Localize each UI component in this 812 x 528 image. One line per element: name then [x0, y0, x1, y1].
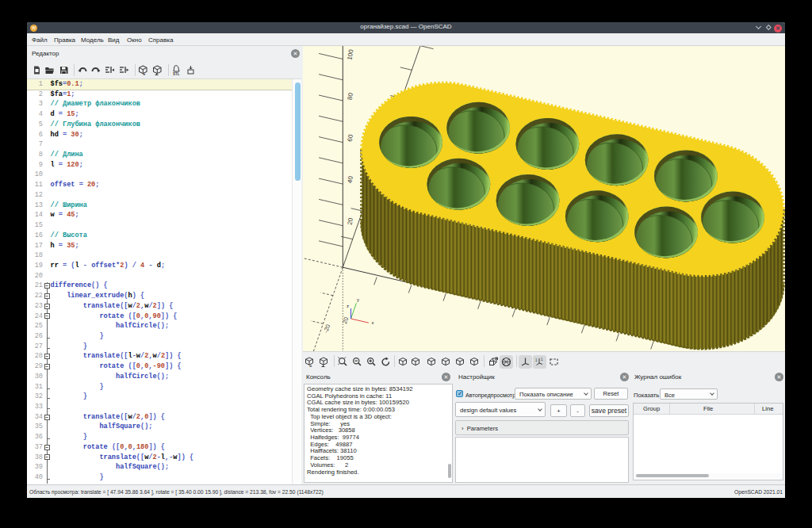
svg-text:y: y — [357, 297, 359, 302]
svg-text:STL: STL — [173, 72, 180, 76]
svg-text:»: » — [143, 71, 146, 76]
svg-text:1: 1 — [535, 358, 538, 362]
svg-text:x: x — [371, 320, 373, 325]
svg-text:1: 1 — [541, 358, 543, 362]
svg-text:z: z — [347, 304, 349, 308]
